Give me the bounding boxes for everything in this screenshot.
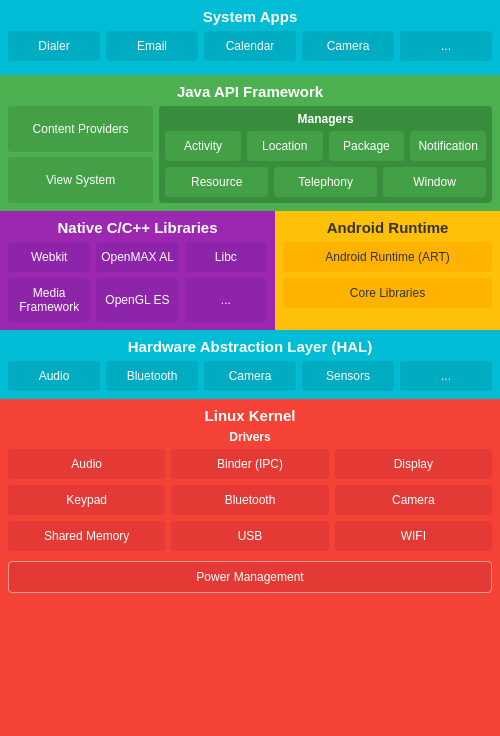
list-item: Sensors	[302, 361, 394, 391]
kernel-layer: Linux Kernel Drivers Audio Binder (IPC) …	[0, 399, 500, 736]
power-management-cell: Power Management	[8, 561, 492, 593]
list-item: Calendar	[204, 31, 296, 61]
art-row-1: Android Runtime (ART)	[283, 242, 492, 272]
list-item: Core Libraries	[283, 278, 492, 308]
art-row-2: Core Libraries	[283, 278, 492, 308]
list-item: Bluetooth	[171, 485, 328, 515]
list-item: Display	[335, 449, 492, 479]
power-management-row: Power Management	[8, 561, 492, 593]
native-row-1: Webkit OpenMAX AL Libc	[8, 242, 267, 272]
list-item: Location	[247, 131, 323, 161]
managers-box: Managers Activity Location Package Notif…	[159, 106, 492, 203]
list-item: ...	[400, 361, 492, 391]
content-view-col: Content Providers View System	[8, 106, 153, 203]
list-item: Shared Memory	[8, 521, 165, 551]
list-item: Media Framework	[8, 278, 90, 322]
managers-row-2: Resource Telephony Window	[165, 167, 486, 197]
list-item: ...	[185, 278, 267, 322]
list-item: Telephony	[274, 167, 377, 197]
native-libs-layer: Native C/C++ Libraries Webkit OpenMAX AL…	[0, 211, 275, 330]
list-item: ...	[400, 31, 492, 61]
system-apps-row: Dialer Email Calendar Camera ...	[8, 31, 492, 61]
list-item: Camera	[302, 31, 394, 61]
view-system-cell: View System	[8, 157, 153, 203]
android-runtime-layer: Android Runtime Android Runtime (ART) Co…	[275, 211, 500, 330]
list-item: OpenMAX AL	[96, 242, 178, 272]
list-item: USB	[171, 521, 328, 551]
list-item: Audio	[8, 449, 165, 479]
list-item: Audio	[8, 361, 100, 391]
android-runtime-title: Android Runtime	[283, 219, 492, 236]
hal-title: Hardware Abstraction Layer (HAL)	[8, 338, 492, 355]
java-api-inner: Content Providers View System Managers A…	[8, 106, 492, 203]
kernel-title: Linux Kernel	[8, 407, 492, 424]
list-item: Notification	[410, 131, 486, 161]
native-runtime-row: Native C/C++ Libraries Webkit OpenMAX AL…	[0, 211, 500, 330]
list-item: Resource	[165, 167, 268, 197]
list-item: OpenGL ES	[96, 278, 178, 322]
drivers-row-3: Shared Memory USB WIFI	[8, 521, 492, 551]
managers-title: Managers	[165, 112, 486, 126]
hal-row: Audio Bluetooth Camera Sensors ...	[8, 361, 492, 391]
list-item: Window	[383, 167, 486, 197]
drivers-title: Drivers	[229, 430, 270, 444]
list-item: Camera	[204, 361, 296, 391]
list-item: Bluetooth	[106, 361, 198, 391]
list-item: Activity	[165, 131, 241, 161]
list-item: Binder (IPC)	[171, 449, 328, 479]
drivers-row-2: Keypad Bluetooth Camera	[8, 485, 492, 515]
system-apps-title: System Apps	[8, 8, 492, 25]
drivers-row-1: Audio Binder (IPC) Display	[8, 449, 492, 479]
managers-col: Managers Activity Location Package Notif…	[159, 106, 492, 203]
list-item: Libc	[185, 242, 267, 272]
java-api-layer: Java API Framework Content Providers Vie…	[0, 75, 500, 211]
list-item: Email	[106, 31, 198, 61]
list-item: Webkit	[8, 242, 90, 272]
list-item: Camera	[335, 485, 492, 515]
list-item: WIFI	[335, 521, 492, 551]
java-api-title: Java API Framework	[8, 83, 492, 100]
list-item: Package	[329, 131, 405, 161]
hal-layer: Hardware Abstraction Layer (HAL) Audio B…	[0, 330, 500, 399]
list-item: Android Runtime (ART)	[283, 242, 492, 272]
managers-row-1: Activity Location Package Notification	[165, 131, 486, 161]
list-item: Dialer	[8, 31, 100, 61]
native-libs-title: Native C/C++ Libraries	[8, 219, 267, 236]
content-providers-cell: Content Providers	[8, 106, 153, 152]
system-apps-layer: System Apps Dialer Email Calendar Camera…	[0, 0, 500, 75]
native-row-2: Media Framework OpenGL ES ...	[8, 278, 267, 322]
list-item: Keypad	[8, 485, 165, 515]
